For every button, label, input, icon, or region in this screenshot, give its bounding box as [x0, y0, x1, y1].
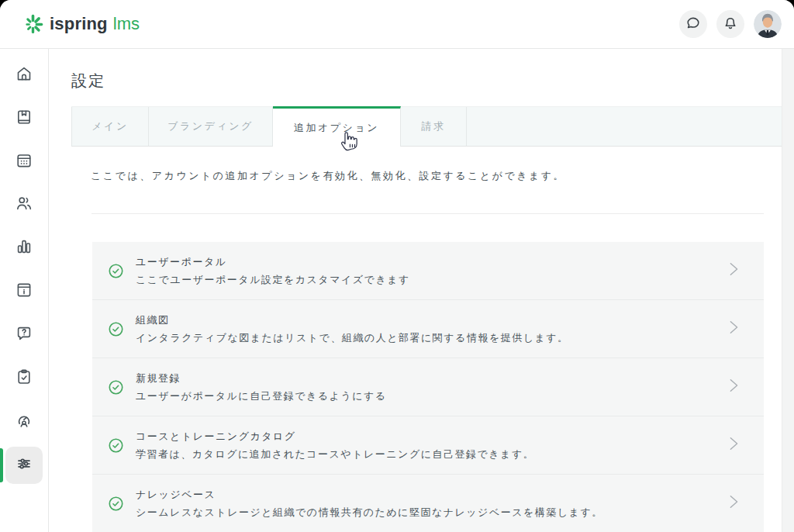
option-row-knowledge-base[interactable]: ナレッジベース シームレスなストレージと組織での情報共有のために堅固なナレッジベ…: [92, 475, 764, 532]
option-title: コースとトレーニングカタログ: [136, 430, 725, 444]
options-list: ユーザーポータル ここでユーザーポータル設定をカスタマイズできます 組織図 イン…: [92, 242, 764, 532]
sidebar-item-info[interactable]: [5, 273, 43, 310]
chat-icon: [685, 15, 702, 34]
calendar-icon: [15, 151, 33, 173]
enabled-check-icon: [108, 379, 124, 396]
sidebar-item-calendar[interactable]: [5, 143, 43, 181]
chevron-right-icon: [725, 259, 742, 282]
users-icon: [15, 194, 33, 216]
option-description: シームレスなストレージと組織での情報共有のために堅固なナレッジベースを構築します…: [136, 506, 725, 520]
enabled-check-icon: [108, 437, 124, 454]
app-window: ispring lms: [0, 0, 794, 532]
supervision-gauge-icon: [15, 411, 33, 433]
active-nav-indicator: [0, 448, 3, 482]
bell-icon: [722, 15, 739, 34]
section-divider: [91, 213, 764, 214]
logo-brand-text: ispring: [50, 14, 108, 34]
ispring-asterisk-icon: [22, 14, 43, 35]
bar-chart-icon: [15, 237, 33, 259]
info-panel-icon: [15, 281, 33, 302]
tab-main[interactable]: メイン: [71, 107, 149, 146]
tab-billing[interactable]: 請求: [401, 107, 467, 146]
sidebar-item-users[interactable]: [5, 186, 43, 223]
chevron-right-icon: [725, 434, 742, 457]
option-description: ユーザーがポータルに自己登録できるようにする: [136, 389, 725, 403]
tab-branding[interactable]: ブランディング: [149, 107, 273, 146]
chevron-right-icon: [725, 375, 742, 399]
option-title: ナレッジベース: [136, 488, 725, 502]
option-row-course-catalog[interactable]: コースとトレーニングカタログ 学習者は、カタログに追加されたコースやトレーニング…: [92, 416, 764, 475]
settings-tabs: メイン ブランディング 追加オプション 請求: [71, 106, 782, 146]
sidebar-item-reports[interactable]: [5, 230, 43, 267]
question-bubble-icon: [15, 324, 33, 346]
option-description: 学習者は、カタログに追加されたコースやトレーニングに自己登録できます。: [136, 447, 725, 461]
book-icon: [15, 108, 33, 130]
option-row-user-portal[interactable]: ユーザーポータル ここでユーザーポータル設定をカスタマイズできます: [92, 242, 764, 300]
top-header: ispring lms: [0, 0, 794, 49]
ispring-lms-logo: ispring lms: [0, 14, 140, 35]
chevron-right-icon: [725, 492, 742, 515]
scrollbar-track[interactable]: [782, 49, 794, 532]
option-row-self-registration[interactable]: 新規登録 ユーザーがポータルに自己登録できるようにする: [92, 358, 764, 416]
sidebar-item-settings[interactable]: [5, 447, 43, 484]
chat-button[interactable]: [679, 10, 707, 38]
settings-sliders-icon: [15, 454, 33, 476]
clipboard-check-icon: [15, 368, 33, 389]
option-title: ユーザーポータル: [136, 255, 725, 269]
option-title: 組織図: [136, 313, 725, 327]
sidebar-item-support[interactable]: [5, 316, 43, 354]
enabled-check-icon: [108, 321, 124, 337]
tab-additional-options[interactable]: 追加オプション: [273, 106, 401, 147]
option-row-org-chart[interactable]: 組織図 インタラクティブな図またはリストで、組織の人と部署に関する情報を提供しま…: [92, 300, 764, 358]
enabled-check-icon: [108, 263, 124, 279]
page-title: 設定: [71, 71, 105, 92]
enabled-check-icon: [108, 496, 124, 512]
main-content: 設定 メイン ブランディング 追加オプション 請求 ここでは、アカウントの追加オ…: [49, 49, 794, 532]
user-avatar[interactable]: [754, 10, 782, 38]
option-title: 新規登録: [136, 371, 725, 385]
chevron-right-icon: [725, 317, 742, 340]
sidebar-item-courses[interactable]: [5, 100, 43, 137]
logo-product-text: lms: [113, 14, 140, 34]
sidebar-item-assignments[interactable]: [5, 360, 43, 397]
home-icon: [15, 64, 33, 86]
tab-description: ここでは、アカウントの追加オプションを有効化、無効化、設定することができます。: [91, 169, 565, 183]
option-description: ここでユーザーポータル設定をカスタマイズできます: [136, 273, 725, 287]
sidebar-item-home[interactable]: [5, 57, 43, 94]
notifications-button[interactable]: [716, 10, 744, 38]
option-description: インタラクティブな図またはリストで、組織の人と部署に関する情報を提供します。: [136, 331, 725, 345]
header-actions: [679, 10, 794, 38]
sidebar-item-supervision[interactable]: [5, 403, 43, 440]
sidebar-nav: [0, 49, 49, 532]
